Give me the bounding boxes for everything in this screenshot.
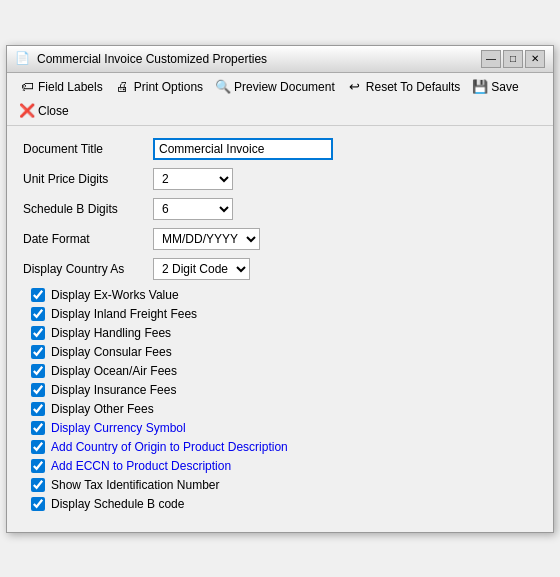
cb-other-fees-row: Display Other Fees <box>23 402 537 416</box>
cb-handling-label[interactable]: Display Handling Fees <box>51 326 171 340</box>
save-icon: 💾 <box>472 79 488 95</box>
cb-tax-id-label[interactable]: Show Tax Identification Number <box>51 478 220 492</box>
cb-country-origin-label[interactable]: Add Country of Origin to Product Descrip… <box>51 440 288 454</box>
cb-inland-freight-row: Display Inland Freight Fees <box>23 307 537 321</box>
field-labels-label: Field Labels <box>38 80 103 94</box>
date-format-control: MM/DD/YYYY DD/MM/YYYY YYYY/MM/DD <box>153 228 333 250</box>
cb-ex-works-row: Display Ex-Works Value <box>23 288 537 302</box>
minimize-button[interactable]: — <box>481 50 501 68</box>
cb-currency[interactable] <box>31 421 45 435</box>
cb-tax-id-row: Show Tax Identification Number <box>23 478 537 492</box>
close-button[interactable]: ✕ <box>525 50 545 68</box>
cb-insurance-row: Display Insurance Fees <box>23 383 537 397</box>
main-window: 📄 Commercial Invoice Customized Properti… <box>6 45 554 533</box>
cb-ocean-air-row: Display Ocean/Air Fees <box>23 364 537 378</box>
window-title: Commercial Invoice Customized Properties <box>37 52 267 66</box>
unit-price-digits-control: 2 1 3 4 <box>153 168 333 190</box>
cb-currency-label[interactable]: Display Currency Symbol <box>51 421 186 435</box>
cb-currency-row: Display Currency Symbol <box>23 421 537 435</box>
print-options-button[interactable]: 🖨 Print Options <box>111 77 207 97</box>
preview-document-button[interactable]: 🔍 Preview Document <box>211 77 339 97</box>
save-button[interactable]: 💾 Save <box>468 77 522 97</box>
unit-price-digits-label: Unit Price Digits <box>23 172 153 186</box>
checkboxes-container: Display Ex-Works ValueDisplay Inland Fre… <box>23 288 537 511</box>
date-format-label: Date Format <box>23 232 153 246</box>
cb-insurance-label[interactable]: Display Insurance Fees <box>51 383 176 397</box>
schedule-b-digits-control: 6 4 8 10 <box>153 198 333 220</box>
date-format-select[interactable]: MM/DD/YYYY DD/MM/YYYY YYYY/MM/DD <box>153 228 260 250</box>
unit-price-digits-select[interactable]: 2 1 3 4 <box>153 168 233 190</box>
close-toolbar-button[interactable]: ❌ Close <box>15 101 73 121</box>
cb-ocean-air[interactable] <box>31 364 45 378</box>
cb-country-origin-row: Add Country of Origin to Product Descrip… <box>23 440 537 454</box>
document-title-input[interactable] <box>153 138 333 160</box>
display-country-label: Display Country As <box>23 262 153 276</box>
cb-inland-freight[interactable] <box>31 307 45 321</box>
content-area: Document Title Unit Price Digits 2 1 3 4… <box>7 126 553 532</box>
title-bar: 📄 Commercial Invoice Customized Properti… <box>7 46 553 73</box>
cb-ex-works-label[interactable]: Display Ex-Works Value <box>51 288 179 302</box>
cb-other-fees[interactable] <box>31 402 45 416</box>
preview-label: Preview Document <box>234 80 335 94</box>
display-country-control: 2 Digit Code 3 Digit Code Full Name <box>153 258 333 280</box>
reset-label: Reset To Defaults <box>366 80 461 94</box>
save-label: Save <box>491 80 518 94</box>
cb-ex-works[interactable] <box>31 288 45 302</box>
toolbar: 🏷 Field Labels 🖨 Print Options 🔍 Preview… <box>7 73 553 126</box>
title-bar-left: 📄 Commercial Invoice Customized Properti… <box>15 51 267 67</box>
preview-icon: 🔍 <box>215 79 231 95</box>
cb-consular-label[interactable]: Display Consular Fees <box>51 345 172 359</box>
cb-eccn-label[interactable]: Add ECCN to Product Description <box>51 459 231 473</box>
cb-schedule-b[interactable] <box>31 497 45 511</box>
close-label: Close <box>38 104 69 118</box>
print-options-label: Print Options <box>134 80 203 94</box>
title-bar-controls: — □ ✕ <box>481 50 545 68</box>
reset-icon: ↩ <box>347 79 363 95</box>
maximize-button[interactable]: □ <box>503 50 523 68</box>
display-country-row: Display Country As 2 Digit Code 3 Digit … <box>23 258 537 280</box>
window-icon: 📄 <box>15 51 31 67</box>
unit-price-digits-row: Unit Price Digits 2 1 3 4 <box>23 168 537 190</box>
field-labels-icon: 🏷 <box>19 79 35 95</box>
cb-ocean-air-label[interactable]: Display Ocean/Air Fees <box>51 364 177 378</box>
document-title-row: Document Title <box>23 138 537 160</box>
document-title-control <box>153 138 333 160</box>
reset-defaults-button[interactable]: ↩ Reset To Defaults <box>343 77 465 97</box>
cb-handling-row: Display Handling Fees <box>23 326 537 340</box>
cb-handling[interactable] <box>31 326 45 340</box>
document-title-label: Document Title <box>23 142 153 156</box>
cb-country-origin[interactable] <box>31 440 45 454</box>
date-format-row: Date Format MM/DD/YYYY DD/MM/YYYY YYYY/M… <box>23 228 537 250</box>
cb-schedule-b-label[interactable]: Display Schedule B code <box>51 497 184 511</box>
schedule-b-digits-select[interactable]: 6 4 8 10 <box>153 198 233 220</box>
display-country-select[interactable]: 2 Digit Code 3 Digit Code Full Name <box>153 258 250 280</box>
cb-eccn[interactable] <box>31 459 45 473</box>
close-icon: ❌ <box>19 103 35 119</box>
cb-inland-freight-label[interactable]: Display Inland Freight Fees <box>51 307 197 321</box>
cb-consular-row: Display Consular Fees <box>23 345 537 359</box>
cb-other-fees-label[interactable]: Display Other Fees <box>51 402 154 416</box>
field-labels-button[interactable]: 🏷 Field Labels <box>15 77 107 97</box>
cb-tax-id[interactable] <box>31 478 45 492</box>
cb-insurance[interactable] <box>31 383 45 397</box>
cb-schedule-b-row: Display Schedule B code <box>23 497 537 511</box>
schedule-b-digits-row: Schedule B Digits 6 4 8 10 <box>23 198 537 220</box>
cb-eccn-row: Add ECCN to Product Description <box>23 459 537 473</box>
schedule-b-digits-label: Schedule B Digits <box>23 202 153 216</box>
print-options-icon: 🖨 <box>115 79 131 95</box>
cb-consular[interactable] <box>31 345 45 359</box>
